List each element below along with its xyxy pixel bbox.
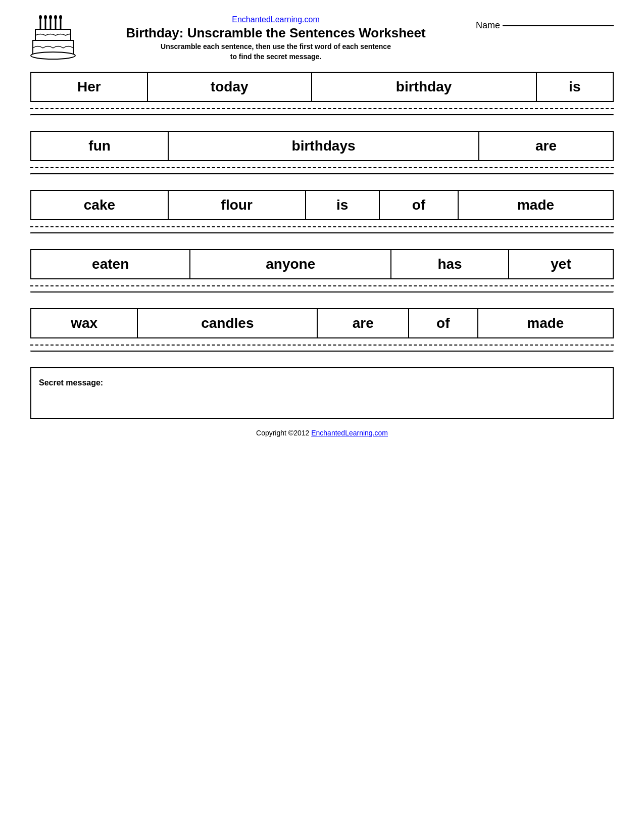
dotted-line — [30, 226, 614, 227]
sentence-block-3: cake flour is of made — [30, 190, 614, 234]
worksheet-title: Birthday: Unscramble the Sentences Works… — [86, 25, 466, 41]
footer: Copyright ©2012 EnchantedLearning.com — [30, 429, 614, 437]
site-link[interactable]: EnchantedLearning.com — [232, 15, 319, 24]
svg-point-12 — [31, 52, 75, 59]
name-input-line — [503, 25, 614, 26]
dotted-line — [30, 167, 614, 168]
solid-line — [30, 351, 614, 352]
name-field: Name — [476, 15, 614, 31]
word-cell: wax — [31, 309, 137, 338]
word-cell: eaten — [31, 250, 190, 279]
dotted-line — [30, 345, 614, 346]
write-lines-4 — [30, 285, 614, 293]
word-table-2: fun birthdays are — [30, 131, 614, 161]
word-cell: made — [458, 190, 613, 220]
word-table-1: Her today birthday is — [30, 72, 614, 102]
sentence-block-4: eaten anyone has yet — [30, 249, 614, 293]
secret-message-box: Secret message: — [30, 367, 614, 419]
dotted-line — [30, 108, 614, 109]
sentence-block-5: wax candles are of made — [30, 308, 614, 352]
word-cell: of — [379, 190, 458, 220]
word-table-4: eaten anyone has yet — [30, 249, 614, 279]
footer-site-link[interactable]: EnchantedLearning.com — [311, 429, 388, 437]
word-cell: flour — [168, 190, 306, 220]
svg-point-5 — [39, 15, 42, 19]
word-cell: anyone — [190, 250, 391, 279]
svg-point-7 — [49, 15, 52, 19]
cake-icon — [30, 15, 76, 61]
write-lines-5 — [30, 345, 614, 352]
word-cell: are — [479, 131, 613, 161]
solid-line — [30, 114, 614, 116]
word-cell: made — [478, 309, 613, 338]
word-cell: of — [409, 309, 478, 338]
svg-point-8 — [54, 15, 57, 19]
word-cell: is — [536, 72, 613, 102]
word-cell: yet — [509, 250, 613, 279]
word-cell: is — [306, 190, 379, 220]
worksheet-subtitle: Unscramble each sentence, then use the f… — [86, 42, 466, 62]
sentence-block-2: fun birthdays are — [30, 131, 614, 175]
solid-line — [30, 291, 614, 293]
name-label: Name — [476, 20, 500, 31]
dotted-line — [30, 285, 614, 286]
solid-line — [30, 232, 614, 234]
copyright-text: Copyright — [256, 429, 286, 437]
word-cell: today — [147, 72, 312, 102]
write-lines-2 — [30, 167, 614, 175]
header-text: EnchantedLearning.com Birthday: Unscramb… — [86, 15, 466, 62]
svg-point-9 — [59, 15, 62, 19]
word-table-5: wax candles are of made — [30, 308, 614, 338]
word-cell: birthdays — [168, 131, 479, 161]
secret-message-label: Secret message: — [39, 378, 103, 387]
word-table-3: cake flour is of made — [30, 190, 614, 220]
write-lines-1 — [30, 108, 614, 116]
word-cell: cake — [31, 190, 168, 220]
solid-line — [30, 173, 614, 175]
word-cell: fun — [31, 131, 168, 161]
word-cell: candles — [137, 309, 317, 338]
word-cell: has — [391, 250, 509, 279]
svg-point-6 — [44, 15, 47, 19]
page-header: EnchantedLearning.com Birthday: Unscramb… — [30, 15, 614, 62]
word-cell: birthday — [312, 72, 536, 102]
word-cell: Her — [31, 72, 147, 102]
write-lines-3 — [30, 226, 614, 234]
sentence-block-1: Her today birthday is — [30, 72, 614, 116]
word-cell: are — [317, 309, 409, 338]
copyright-year: ©2012 — [288, 429, 309, 437]
